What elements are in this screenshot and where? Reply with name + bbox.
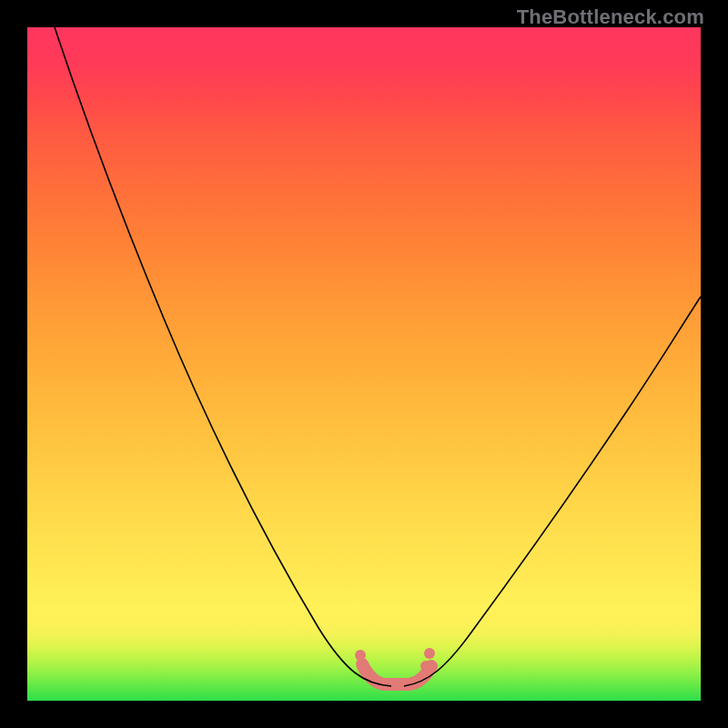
watermark-text: TheBottleneck.com [517,5,704,29]
chart-frame: TheBottleneck.com [0,0,728,728]
highlight-dot-left-lower [359,661,369,672]
plot-area [27,27,701,701]
curve-right-branch [404,297,701,686]
curve-left-branch [55,27,391,686]
highlight-dot-left-upper [355,650,366,661]
highlight-dot-right-lower [420,661,431,672]
highlight-dot-right-upper [424,648,435,659]
chart-svg [27,27,701,701]
